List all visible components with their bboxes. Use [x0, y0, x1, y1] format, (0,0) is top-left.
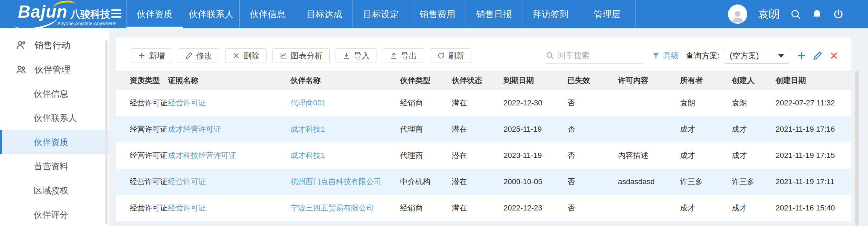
top-navbar: Bajun 八骏科技 Anyone,Anytime,Anywhere! 伙伴资质…	[0, 0, 868, 28]
toolbar-button-2[interactable]: 删除	[225, 48, 267, 63]
partial-next-row	[116, 221, 851, 226]
sidebar-group-0[interactable]: 销售行动	[0, 33, 109, 57]
cell: 潜在	[451, 90, 503, 116]
cell-link[interactable]: 成才科技1	[290, 116, 400, 142]
edit-plan-button[interactable]	[813, 51, 822, 60]
cell: 经营许可证	[116, 169, 168, 195]
search-area: 高级 查询方案: (空方案)	[546, 48, 839, 64]
nav-tab-5[interactable]: 销售费用	[409, 0, 466, 28]
table-row-1[interactable]: 经营许可证成才经营许可证成才科技1代理商潜在2025-11-19否成才成才202…	[116, 116, 851, 142]
cell-link[interactable]: 经营许可证	[168, 90, 290, 116]
cell-link[interactable]: 成才科技经营许可证	[168, 142, 290, 169]
column-header-5[interactable]: 到期日期	[503, 71, 567, 90]
cell-link[interactable]: 代理商001	[290, 90, 400, 116]
delete-plan-button[interactable]	[829, 51, 839, 60]
cell: 潜在	[451, 195, 503, 221]
query-plan-select[interactable]: (空方案)	[724, 48, 790, 64]
column-header-9[interactable]: 创建人	[731, 71, 775, 90]
sidebar-item-2[interactable]: 伙伴信息	[0, 82, 109, 106]
sidebar-item-4[interactable]: 伙伴资质	[0, 130, 109, 154]
nav-right-controls: 袁朗	[728, 0, 844, 28]
advanced-label: 高级	[663, 50, 679, 61]
cell: 经营许可证	[116, 195, 168, 221]
table-row-4[interactable]: 经营许可证经营许可证宁波三四五贸易有限公司经销商潜在2022-12-23否成才成…	[116, 195, 851, 221]
cell: 代理商	[400, 116, 451, 142]
cell-link[interactable]: 成才科技1	[290, 142, 400, 169]
toolbar-button-label: 导出	[401, 50, 417, 61]
sidebar-item-5[interactable]: 首营资料	[0, 154, 109, 178]
query-plan-value: (空方案)	[730, 50, 759, 61]
cell-link[interactable]: 经营许可证	[168, 195, 290, 221]
search-input[interactable]	[557, 50, 639, 60]
cell: 成才	[731, 116, 775, 142]
nav-tab-8[interactable]: 管理层	[579, 0, 636, 28]
cell: 潜在	[451, 169, 503, 195]
toolbar-button-label: 修改	[196, 50, 212, 61]
table-row-2[interactable]: 经营许可证成才科技经营许可证成才科技1代理商潜在2023-11-19否内容描述成…	[116, 142, 851, 169]
cell-link[interactable]: 成才经营许可证	[168, 116, 290, 142]
column-header-8[interactable]: 所有者	[680, 71, 731, 90]
chevron-down-icon	[778, 54, 784, 58]
refresh-icon	[437, 52, 445, 59]
column-header-1[interactable]: 证照名称	[168, 71, 290, 90]
cell: 潜在	[451, 116, 503, 142]
cell: 成才	[680, 195, 731, 221]
notification-bell-icon[interactable]	[811, 9, 822, 20]
content-card: 新增修改删除图表分析导入导出刷新 高级 查询方案: (空方案)	[116, 37, 851, 226]
add-plan-button[interactable]	[797, 51, 806, 60]
toolbar-button-6[interactable]: 刷新	[430, 48, 471, 63]
toolbar-button-label: 刷新	[448, 50, 464, 61]
user-name[interactable]: 袁朗	[758, 7, 780, 22]
cell-link[interactable]: 宁波三四五贸易有限公司	[290, 195, 400, 221]
plus-icon	[138, 52, 146, 59]
toolbar-button-4[interactable]: 导入	[336, 48, 377, 63]
cell: 否	[567, 142, 618, 169]
toolbar-button-5[interactable]: 导出	[383, 48, 424, 63]
cell: 成才	[731, 195, 775, 221]
logo-company-name: 八骏科技	[70, 8, 110, 21]
sidebar-group-1[interactable]: 伙伴管理	[0, 57, 109, 82]
column-header-6[interactable]: 已失效	[567, 71, 618, 90]
nav-tab-1[interactable]: 伙伴联系人	[183, 0, 240, 28]
nav-tab-3[interactable]: 目标达成	[296, 0, 353, 28]
sidebar-item-6[interactable]: 区域授权	[0, 178, 109, 203]
column-header-3[interactable]: 伙伴类型	[400, 71, 451, 90]
cell: 2021-11-16 15:40	[775, 195, 851, 221]
table-row-0[interactable]: 经营许可证经营许可证代理商001经销商潜在2022-12-30否袁朗袁朗2022…	[116, 90, 851, 116]
table-row-3[interactable]: 经营许可证经营许可证杭州西门点自科技有限公司中介机构潜在2009-10-05否a…	[116, 169, 851, 195]
column-header-7[interactable]: 许可内容	[618, 71, 680, 90]
advanced-filter[interactable]: 高级	[652, 50, 679, 61]
user-avatar[interactable]	[728, 4, 747, 24]
column-header-4[interactable]: 伙伴状态	[451, 71, 503, 90]
cell	[618, 90, 680, 116]
logout-power-icon[interactable]	[833, 9, 844, 20]
sidebar: 销售行动伙伴管理伙伴信息伙伴联系人伙伴资质首营资料区域授权伙伴评分	[0, 28, 109, 226]
sidebar-scrollbar[interactable]	[105, 40, 108, 224]
sidebar-item-7[interactable]: 伙伴评分	[0, 203, 109, 226]
cell-link[interactable]: 经营许可证	[168, 169, 290, 195]
cell: 潜在	[451, 142, 503, 169]
import-icon	[343, 52, 350, 59]
cell: 代理商	[400, 142, 451, 169]
nav-tab-4[interactable]: 目标设定	[353, 0, 409, 28]
nav-tab-6[interactable]: 销售日报	[466, 0, 522, 28]
toolbar-button-1[interactable]: 修改	[178, 48, 219, 63]
cell: 否	[567, 90, 618, 116]
sidebar-item-3[interactable]: 伙伴联系人	[0, 106, 109, 130]
nav-tab-2[interactable]: 伙伴信息	[240, 0, 296, 28]
search-icon[interactable]	[790, 9, 801, 20]
nav-tab-7[interactable]: 拜访签到	[522, 0, 579, 28]
toolbar-button-3[interactable]: 图表分析	[272, 48, 330, 63]
cell-link[interactable]: 杭州西门点自科技有限公司	[290, 169, 400, 195]
cell: 否	[567, 116, 618, 142]
cell	[618, 195, 680, 221]
column-header-10[interactable]: 创建日期	[775, 71, 851, 90]
toolbar-button-0[interactable]: 新增	[131, 48, 172, 63]
table-scrollbar[interactable]	[855, 71, 859, 226]
column-header-0[interactable]: 资质类型	[116, 71, 168, 90]
sales-action-icon	[15, 39, 27, 51]
cell: 经营许可证	[116, 142, 168, 169]
column-header-2[interactable]: 伙伴名称	[290, 71, 400, 90]
nav-tab-0[interactable]: 伙伴资质	[126, 0, 183, 28]
cell: 中介机构	[400, 169, 451, 195]
